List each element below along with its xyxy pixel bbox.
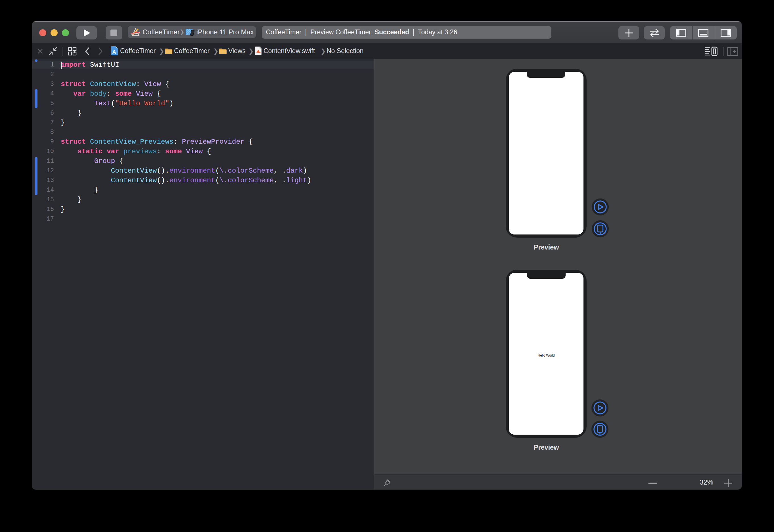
svg-text:A: A bbox=[112, 49, 116, 55]
